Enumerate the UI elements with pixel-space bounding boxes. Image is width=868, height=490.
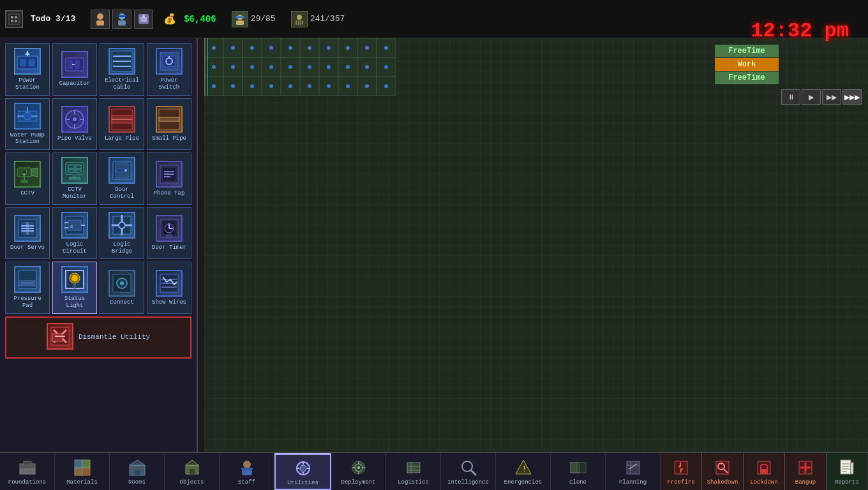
utility-status-light[interactable]: Status Light (52, 262, 97, 314)
large-pipe-label: Large Pipe (105, 135, 139, 142)
utility-phone-tap[interactable]: Phone Tap (147, 152, 191, 205)
pause-button[interactable]: ⏸ (781, 89, 800, 105)
utility-pipe-valve[interactable]: Pipe Valve (52, 98, 97, 151)
utility-door-timer[interactable]: Door Timer (147, 207, 191, 260)
faster-button[interactable]: ▶▶▶ (842, 89, 862, 105)
nav-planning[interactable]: Planning (606, 453, 661, 490)
nav-rooms[interactable]: Rooms (110, 453, 165, 490)
nav-emergencies[interactable]: ! Emergencies (496, 453, 551, 490)
show-wires-label: Show Wires (152, 299, 186, 306)
svg-point-5 (97, 13, 103, 20)
nav-deployment[interactable]: Deployment (331, 453, 386, 490)
utility-power-station[interactable]: Power Station (5, 43, 50, 96)
nav-reports[interactable]: Reports (827, 453, 868, 490)
utility-cctv-monitor[interactable]: CCTV Monitor (52, 152, 97, 205)
power-station-label: Power Station (7, 77, 48, 91)
nav-intelligence[interactable]: Intelligence (441, 453, 496, 490)
small-pipe-icon (156, 106, 183, 133)
svg-rect-441 (307, 468, 310, 469)
utility-show-wires[interactable]: Show Wires (147, 262, 191, 314)
lockdown-label: Lockdown (750, 479, 777, 486)
svg-point-372 (124, 169, 127, 172)
utility-door-servo[interactable]: Door Servo (5, 207, 50, 260)
door-timer-label: Door Timer (152, 244, 186, 251)
staff-icon (237, 457, 257, 478)
svg-rect-418 (52, 334, 63, 341)
reports-icon (837, 457, 857, 478)
utility-connect[interactable]: Connect (100, 262, 144, 314)
nav-materials[interactable]: Materials (55, 453, 110, 490)
svg-rect-367 (76, 170, 81, 172)
clone-icon (568, 457, 588, 478)
nav-objects[interactable]: Objects (165, 453, 220, 490)
svg-rect-435 (241, 468, 253, 470)
svg-marker-357 (31, 168, 38, 177)
emergencies-icon: ! (513, 457, 534, 478)
nav-logistics[interactable]: Logistics (386, 453, 441, 490)
logic-circuit-label: Logic Circuit (54, 241, 95, 255)
utility-water-pump[interactable]: Water Pump Station (5, 98, 50, 151)
capacitor-label: Capacitor (59, 80, 91, 87)
capacitor-icon (61, 51, 88, 78)
rooms-label: Rooms (128, 479, 146, 486)
shakedown-label: Shakedown (707, 479, 738, 486)
freefire-label: Freefire (667, 479, 694, 486)
utility-small-pipe[interactable]: Small Pipe (147, 98, 191, 151)
nav-foundations[interactable]: Foundations (0, 453, 55, 490)
svg-point-12 (142, 15, 145, 17)
nav-lockdown[interactable]: Lockdown (744, 453, 785, 490)
water-pump-icon (14, 103, 41, 130)
workers-stat: 29/85 (232, 11, 276, 27)
svg-rect-403 (21, 282, 34, 285)
deployment-icon (348, 457, 369, 478)
svg-text:&: & (70, 223, 73, 229)
utility-logic-bridge[interactable]: Logic Bridge (100, 207, 144, 260)
svg-rect-474 (841, 460, 851, 474)
svg-rect-459 (627, 461, 640, 474)
nav-clone[interactable]: Clone (551, 453, 606, 490)
svg-text:8: 8 (23, 172, 26, 177)
utility-cctv[interactable]: 8 CCTV (5, 152, 50, 205)
nav-shakedown[interactable]: Shakedown (702, 453, 744, 490)
utilities-nav-icon (293, 458, 313, 479)
nav-bangup[interactable]: Bangup (785, 453, 827, 490)
svg-text:!: ! (522, 465, 527, 474)
character-icon-2 (112, 10, 131, 29)
cctv-label: CCTV (20, 190, 34, 197)
objects-label: Objects (180, 479, 204, 486)
svg-point-16 (297, 15, 302, 20)
show-wires-icon (156, 270, 183, 297)
utility-logic-circuit[interactable]: & Logic Circuit (52, 207, 97, 260)
connect-icon (108, 270, 135, 297)
materials-icon (72, 457, 93, 478)
character-icon-3 (134, 10, 153, 29)
utility-dismantle[interactable]: Dismantle Utility (5, 316, 191, 359)
utility-capacitor[interactable]: Capacitor (52, 43, 97, 96)
utility-door-control[interactable]: Door Control (100, 152, 144, 205)
svg-rect-323 (20, 59, 26, 66)
svg-line-454 (471, 470, 475, 475)
nav-utilities[interactable]: Utilities (274, 453, 331, 490)
utilities-panel: Power Station Capacitor (0, 38, 198, 452)
nav-freefire[interactable]: Freefire (661, 453, 702, 490)
small-pipe-label: Small Pipe (152, 135, 186, 142)
svg-rect-449 (407, 463, 420, 473)
svg-point-394 (119, 222, 125, 228)
svg-rect-0 (9, 14, 19, 24)
utility-large-pipe[interactable]: Large Pipe (100, 98, 144, 151)
planning-label: Planning (619, 479, 647, 486)
svg-rect-14 (236, 20, 244, 25)
utility-pressure-pad[interactable]: Pressure Pad (5, 262, 50, 314)
bangup-label: Bangup (795, 479, 816, 486)
electrical-cable-icon (108, 48, 135, 75)
nav-staff[interactable]: Staff (220, 453, 274, 490)
svg-marker-428 (130, 460, 145, 465)
bottom-nav: Foundations Materials Rooms (0, 452, 868, 490)
schedule-panel: FreeTime Work FreeTime (715, 45, 779, 85)
play-button[interactable]: ▶ (802, 89, 821, 105)
fast-button[interactable]: ▶▶ (822, 89, 841, 105)
cctv-monitor-label: CCTV Monitor (54, 186, 95, 200)
utility-electrical-cable[interactable]: Electrical Cable (100, 43, 144, 96)
utility-power-switch[interactable]: Power Switch (147, 43, 191, 96)
svg-rect-2 (15, 16, 17, 19)
